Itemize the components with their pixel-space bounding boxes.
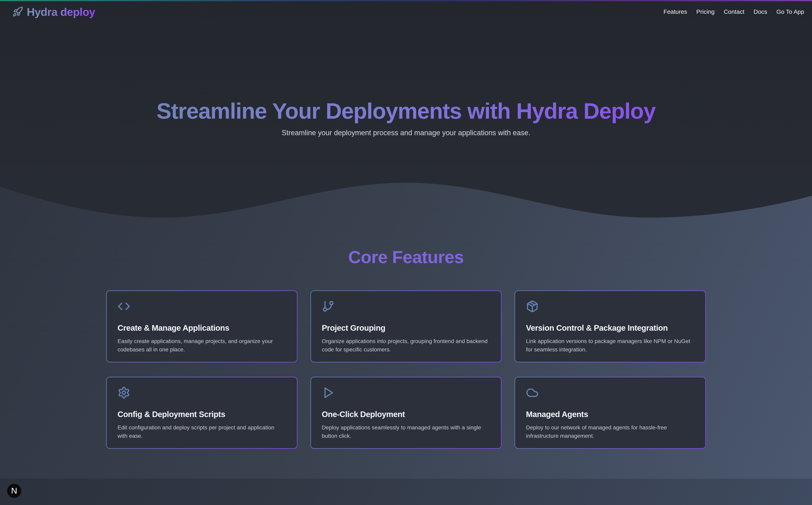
card-description: Deploy to our network of managed agents … <box>526 424 693 440</box>
card-title: Project Grouping <box>322 323 490 333</box>
landing-page: Hydra deploy Features Pricing Contact Do… <box>0 0 812 505</box>
features-section: Core Features Create & Manage Applicatio… <box>0 219 812 449</box>
cloud-icon <box>526 386 539 399</box>
code-icon <box>118 300 130 313</box>
nav-item-pricing[interactable]: Pricing <box>696 8 715 15</box>
nav-item-docs[interactable]: Docs <box>754 8 767 15</box>
rocket-icon <box>12 6 23 17</box>
git-branch-icon <box>322 300 335 313</box>
nav-item-contact[interactable]: Contact <box>724 8 745 15</box>
top-navigation: Hydra deploy Features Pricing Contact Do… <box>0 1 812 22</box>
nav-item-go-to-app[interactable]: Go To App <box>776 8 804 15</box>
package-icon <box>526 300 539 313</box>
card-description: Edit configuration and deploy scripts pe… <box>118 424 285 440</box>
card-title: Version Control & Package Integration <box>526 323 694 333</box>
feature-card-managed-agents: Managed Agents Deploy to our network of … <box>514 377 706 449</box>
hero-title: Streamline Your Deployments with Hydra D… <box>0 98 812 125</box>
footer-band <box>0 479 812 505</box>
nav-item-features[interactable]: Features <box>664 8 687 15</box>
play-icon <box>322 386 335 399</box>
brand-name: Hydra deploy <box>27 5 95 18</box>
hero-section: Hydra deploy Features Pricing Contact Do… <box>0 0 812 181</box>
settings-icon <box>118 386 130 399</box>
feature-card-project-grouping: Project Grouping Organize applications i… <box>310 290 502 362</box>
hero-subtitle: Streamline your deployment process and m… <box>0 128 812 138</box>
brand-logo[interactable]: Hydra deploy <box>12 5 95 18</box>
features-heading: Core Features <box>0 247 812 267</box>
feature-cards-grid: Create & Manage Applications Easily crea… <box>106 290 706 449</box>
nav-links: Features Pricing Contact Docs Go To App <box>664 8 804 15</box>
feature-card-version-control: Version Control & Package Integration Li… <box>514 290 706 362</box>
card-description: Organize applications into projects, gro… <box>322 337 489 354</box>
dev-badge-letter: N <box>11 486 17 496</box>
hero-content: Streamline Your Deployments with Hydra D… <box>0 22 812 138</box>
card-title: Create & Manage Applications <box>118 323 286 333</box>
card-title: Config & Deployment Scripts <box>118 409 286 419</box>
wave-divider <box>0 181 812 220</box>
card-description: Deploy applications seamlessly to manage… <box>322 424 489 440</box>
feature-card-config-scripts: Config & Deployment Scripts Edit configu… <box>106 377 298 449</box>
card-title: Managed Agents <box>526 409 694 419</box>
feature-card-one-click-deployment: One-Click Deployment Deploy applications… <box>310 377 502 449</box>
card-description: Easily create applications, manage proje… <box>118 337 285 354</box>
card-description: Link application versions to package man… <box>526 337 693 354</box>
card-title: One-Click Deployment <box>322 409 490 419</box>
feature-card-create-manage: Create & Manage Applications Easily crea… <box>106 290 298 362</box>
nextjs-dev-badge[interactable]: N <box>7 483 22 498</box>
top-accent-line <box>0 0 812 1</box>
